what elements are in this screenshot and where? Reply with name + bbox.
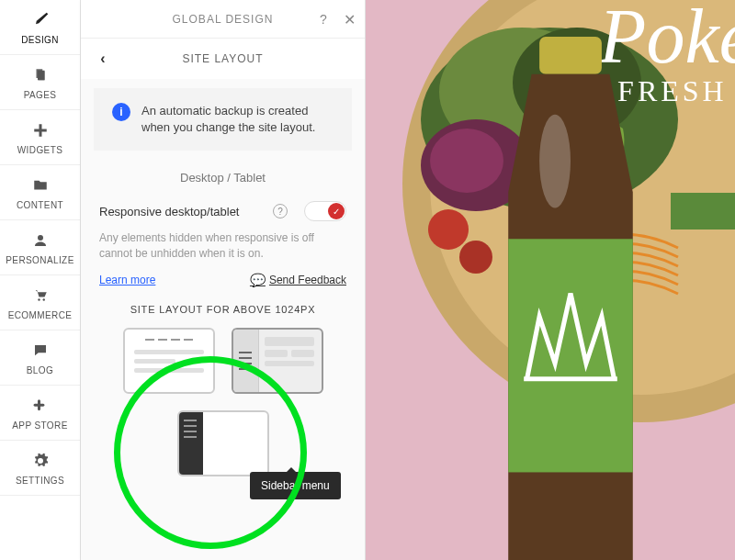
nav-item-pages[interactable]: PAGES [0, 55, 80, 110]
learn-more-link[interactable]: Learn more [99, 274, 155, 286]
nav-item-personalize[interactable]: PERSONALIZE [0, 220, 80, 275]
nav-label: CONTENT [17, 200, 63, 210]
info-icon: i [112, 103, 130, 121]
svg-point-2 [42, 298, 44, 300]
cart-icon [31, 286, 50, 305]
nav-item-widgets[interactable]: WIDGETS [0, 110, 80, 165]
help-button[interactable]: ? [310, 0, 337, 39]
panel-sub-title: SITE LAYOUT [182, 52, 263, 65]
brush-icon [31, 11, 50, 29]
pages-icon [31, 66, 50, 84]
layout-option-top-menu[interactable] [123, 328, 215, 394]
bottle-graphic [386, 37, 735, 560]
links-row: Learn more 💬 Send Feedback [81, 267, 365, 297]
help-icon[interactable]: ? [273, 204, 288, 218]
nav-item-settings[interactable]: SETTINGS [0, 441, 80, 496]
layout-option-sidebar-menu[interactable] [232, 328, 323, 394]
back-button[interactable]: ‹ [92, 39, 114, 79]
responsive-toggle[interactable]: ✓ [304, 201, 346, 221]
nav-item-ecommerce[interactable]: ECOMMERCE [0, 275, 80, 330]
nav-rail: DESIGN PAGES WIDGETS CONTENT PERSONALIZE [0, 0, 81, 560]
chevron-left-icon: ‹ [100, 50, 105, 67]
check-icon: ✓ [333, 207, 340, 217]
nav-label: PERSONALIZE [6, 255, 74, 265]
site-preview: Poke FRESH [366, 0, 735, 560]
nav-label: SETTINGS [16, 476, 64, 486]
gear-icon [31, 452, 50, 470]
nav-item-app-store[interactable]: APP STORE [0, 386, 80, 441]
send-feedback-label: Send Feedback [269, 274, 346, 286]
nav-item-design[interactable]: DESIGN [0, 0, 80, 55]
svg-rect-19 [539, 37, 602, 74]
send-feedback-link[interactable]: 💬 Send Feedback [250, 273, 346, 287]
layout-option-dark-sidebar[interactable] [177, 410, 269, 476]
panel-header: GLOBAL DESIGN ? ✕ [81, 0, 365, 39]
nav-label: DESIGN [21, 35, 59, 45]
info-box: i An automatic backup is created when yo… [94, 88, 352, 151]
responsive-toggle-row: Responsive desktop/tablet ? ✓ [81, 192, 365, 230]
close-button[interactable]: ✕ [335, 0, 363, 39]
person-icon [31, 231, 50, 250]
svg-point-0 [38, 235, 43, 241]
info-text: An automatic backup is created when you … [141, 103, 334, 136]
nav-item-blog[interactable]: BLOG [0, 330, 80, 386]
puzzle-icon [31, 397, 50, 415]
close-icon: ✕ [344, 11, 356, 28]
nav-label: ECOMMERCE [8, 310, 73, 320]
plus-icon [31, 121, 50, 140]
feedback-icon: 💬 [250, 273, 266, 287]
nav-label: PAGES [24, 90, 57, 100]
svg-point-21 [539, 115, 571, 208]
layout-tooltip: Sidebar menu [250, 472, 341, 499]
folder-icon [31, 176, 50, 195]
panel-title: GLOBAL DESIGN [173, 13, 274, 26]
global-design-panel: GLOBAL DESIGN ? ✕ ‹ SITE LAYOUT i An aut… [81, 0, 366, 560]
platform-label: Desktop / Tablet [81, 154, 365, 192]
chat-icon [31, 342, 50, 360]
nav-item-content[interactable]: CONTENT [0, 165, 80, 220]
responsive-label: Responsive desktop/tablet [99, 205, 267, 218]
responsive-hint: Any elements hidden when responsive is o… [81, 230, 365, 267]
panel-sub-header: ‹ SITE LAYOUT [81, 39, 365, 79]
toggle-knob: ✓ [328, 203, 345, 219]
svg-rect-20 [508, 239, 633, 472]
svg-point-1 [38, 298, 40, 300]
nav-label: BLOG [27, 365, 53, 375]
nav-label: WIDGETS [17, 145, 62, 155]
nav-label: APP STORE [12, 420, 67, 431]
layout-grid [81, 328, 365, 476]
layouts-title: SITE LAYOUT FOR ABOVE 1024PX [81, 297, 365, 328]
